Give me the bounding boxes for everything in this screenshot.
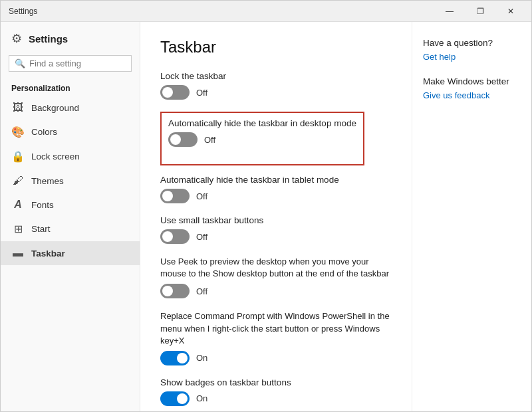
get-help-link[interactable]: Get help [423,52,521,62]
maximize-button[interactable]: ❐ [465,1,495,22]
setting-lock-taskbar: Lock the taskbar Off [160,71,392,100]
sidebar-section-label: Personalization [1,78,140,96]
sidebar-item-lock-screen[interactable]: 🔒 Lock screen [1,144,140,169]
settings-icon: ⚙ [11,31,22,46]
sidebar: ⚙ Settings 🔍 Personalization 🖼 Backgroun… [1,22,140,411]
right-panel: Have a question? Get help Make Windows b… [412,22,531,411]
toggle-knob-small-buttons [162,231,173,242]
toggle-knob-powershell [177,353,188,363]
window-title: Settings [9,7,37,16]
right-panel-help-section: Have a question? Get help [423,38,521,62]
setting-powershell: Replace Command Prompt with Windows Powe… [160,310,392,365]
toggle-row-auto-hide-tablet: Off [160,189,392,203]
themes-icon: 🖌 [11,175,25,187]
minimize-button[interactable]: — [434,1,465,22]
sidebar-item-colors[interactable]: 🎨 Colors [1,120,140,144]
sidebar-header: ⚙ Settings [1,22,140,52]
lock-screen-icon: 🔒 [11,150,25,163]
toggle-peek[interactable] [160,284,190,298]
toggle-state-auto-hide-desktop: Off [204,135,215,145]
setting-auto-hide-tablet: Automatically hide the taskbar in tablet… [160,175,392,203]
sidebar-app-title: Settings [29,33,68,45]
sidebar-item-themes-label: Themes [31,176,64,186]
search-box[interactable]: 🔍 [9,55,132,72]
sidebar-item-taskbar-label: Taskbar [31,249,65,258]
taskbar-icon: ▬ [11,247,25,259]
colors-icon: 🎨 [11,126,25,138]
close-button[interactable]: ✕ [495,1,526,22]
toggle-row-lock-taskbar: Off [160,85,392,100]
background-icon: 🖼 [11,102,25,114]
setting-auto-hide-desktop: Automatically hide the taskbar in deskto… [168,118,356,147]
setting-lock-taskbar-label: Lock the taskbar [160,71,392,81]
toggle-small-buttons[interactable] [160,229,190,244]
sidebar-item-colors-label: Colors [31,127,57,137]
setting-peek: Use Peek to preview the desktop when you… [160,256,392,298]
give-feedback-link[interactable]: Give us feedback [423,90,521,100]
setting-small-buttons-label: Use small taskbar buttons [160,215,392,225]
sidebar-item-start[interactable]: ⊞ Start [1,217,140,241]
toggle-auto-hide-desktop[interactable] [168,132,198,147]
toggle-auto-hide-tablet[interactable] [160,189,190,203]
window-controls: — ❐ ✕ [434,1,526,22]
toggle-state-lock-taskbar: Off [196,88,207,98]
toggle-state-auto-hide-tablet: Off [196,191,207,201]
sidebar-item-fonts[interactable]: A Fonts [1,193,140,217]
search-icon: 🔍 [15,58,25,68]
toggle-state-powershell: On [196,353,207,363]
toggle-knob-badges [177,393,188,404]
sidebar-item-lock-screen-label: Lock screen [31,152,80,161]
sidebar-item-fonts-label: Fonts [31,200,54,210]
toggle-row-auto-hide-desktop: Off [168,132,356,147]
fonts-icon: A [11,199,25,211]
sidebar-item-start-label: Start [31,224,51,234]
toggle-state-small-buttons: Off [196,232,207,242]
content-area: ⚙ Settings 🔍 Personalization 🖼 Backgroun… [1,22,531,411]
right-panel-feedback-section: Make Windows better Give us feedback [423,76,521,100]
start-icon: ⊞ [11,223,25,235]
right-panel-feedback-heading: Make Windows better [423,76,521,86]
toggle-state-peek: Off [196,286,207,296]
toggle-lock-taskbar[interactable] [160,85,190,100]
toggle-knob-peek [162,286,173,296]
title-bar: Settings — ❐ ✕ [1,1,531,22]
search-input[interactable] [29,58,140,68]
setting-badges: Show badges on taskbar buttons On [160,377,392,406]
page-title: Taskbar [160,38,392,56]
sidebar-item-background-label: Background [31,103,79,113]
setting-auto-hide-tablet-label: Automatically hide the taskbar in tablet… [160,175,392,185]
right-panel-help-heading: Have a question? [423,38,521,48]
main-content: Taskbar Lock the taskbar Off Automatical… [140,22,412,411]
settings-window: Settings — ❐ ✕ ⚙ Settings 🔍 Personalizat… [0,0,532,412]
toggle-state-badges: On [196,393,207,403]
toggle-row-small-buttons: Off [160,229,392,244]
setting-powershell-label: Replace Command Prompt with Windows Powe… [160,310,392,347]
sidebar-item-taskbar[interactable]: ▬ Taskbar [1,241,140,265]
toggle-row-peek: Off [160,284,392,298]
toggle-knob-auto-hide-desktop [170,134,181,145]
sidebar-item-background[interactable]: 🖼 Background [1,96,140,120]
toggle-badges[interactable] [160,391,190,406]
setting-badges-label: Show badges on taskbar buttons [160,377,392,387]
toggle-row-powershell: On [160,351,392,365]
toggle-powershell[interactable] [160,351,190,365]
toggle-knob-auto-hide-tablet [162,191,173,201]
sidebar-item-themes[interactable]: 🖌 Themes [1,169,140,193]
toggle-row-badges: On [160,391,392,406]
setting-auto-hide-desktop-label: Automatically hide the taskbar in deskto… [168,118,356,128]
toggle-knob-lock-taskbar [162,87,173,98]
setting-peek-label: Use Peek to preview the desktop when you… [160,256,392,280]
setting-small-buttons: Use small taskbar buttons Off [160,215,392,244]
highlight-box-auto-hide-desktop: Automatically hide the taskbar in deskto… [160,112,364,165]
